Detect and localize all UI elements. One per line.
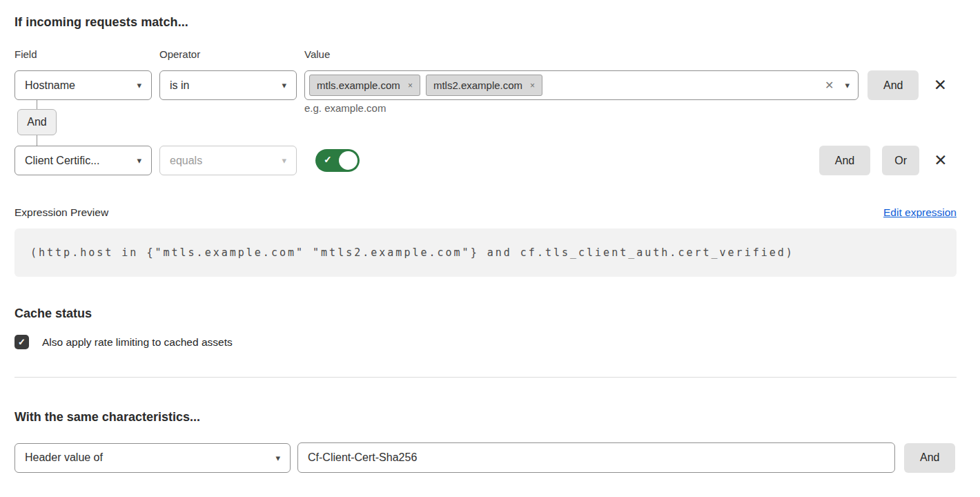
- match-rule-row-2: Client Certific... ▾ equals ▾ ✓ And Or ✕: [14, 146, 957, 175]
- characteristics-row: Header value of ▾ And: [14, 442, 957, 473]
- chip-remove-icon[interactable]: ×: [408, 81, 413, 90]
- toggle-knob: [339, 151, 357, 170]
- field-select-row2[interactable]: Client Certific... ▾: [14, 146, 152, 175]
- check-icon: ✓: [18, 337, 26, 347]
- cert-verified-toggle[interactable]: ✓: [315, 149, 360, 172]
- value-chip-text: mtls.example.com: [317, 79, 400, 91]
- cache-checkbox-row: ✓ Also apply rate limiting to cached ass…: [14, 335, 957, 349]
- value-chips: mtls.example.com × mtls2.example.com ×: [309, 75, 825, 96]
- delete-row2-icon[interactable]: ✕: [932, 153, 950, 168]
- chevron-down-icon: ▾: [282, 156, 286, 165]
- value-chip[interactable]: mtls2.example.com ×: [426, 75, 542, 96]
- value-chip-text: mtls2.example.com: [433, 79, 522, 91]
- chevron-down-icon: ▾: [282, 81, 286, 90]
- chevron-down-icon[interactable]: ▾: [845, 80, 850, 90]
- chevron-down-icon: ▾: [137, 156, 141, 165]
- chevron-down-icon: ▾: [275, 454, 280, 462]
- operator-column-label: Operator: [159, 48, 304, 60]
- expression-code-block: (http.host in {"mtls.example.com" "mtls2…: [14, 228, 957, 277]
- rule-builder-page: If incoming requests match... Field Oper…: [0, 0, 980, 473]
- and-button-row1[interactable]: And: [868, 70, 919, 100]
- chevron-down-icon: ▾: [137, 81, 141, 90]
- match-section-title: If incoming requests match...: [14, 15, 957, 30]
- characteristics-title: With the same characteristics...: [14, 410, 957, 425]
- operator-select-row2-value: equals: [170, 155, 202, 167]
- section-divider: [14, 377, 957, 378]
- operator-select-row1[interactable]: is in ▾: [159, 70, 297, 100]
- or-button-row2[interactable]: Or: [882, 146, 919, 175]
- characteristic-select-value: Header value of: [25, 451, 103, 464]
- operator-select-row1-value: is in: [170, 79, 189, 92]
- connector-and-button[interactable]: And: [17, 109, 57, 135]
- field-column-label: Field: [14, 48, 159, 60]
- value-hint-text: e.g. example.com: [304, 102, 386, 114]
- cache-status-title: Cache status: [14, 306, 957, 321]
- check-icon: ✓: [324, 154, 332, 165]
- column-labels: Field Operator Value: [14, 48, 957, 60]
- cached-assets-checkbox-label: Also apply rate limiting to cached asset…: [42, 336, 233, 349]
- value-column-label: Value: [304, 48, 449, 60]
- value-multiselect-row1[interactable]: mtls.example.com × mtls2.example.com × ✕…: [304, 70, 859, 100]
- header-name-input[interactable]: [297, 442, 895, 473]
- match-rule-row-1: Hostname ▾ is in ▾ mtls.example.com × mt…: [14, 70, 957, 100]
- chip-remove-icon[interactable]: ×: [530, 81, 535, 90]
- field-select-row1-value: Hostname: [25, 79, 75, 92]
- edit-expression-link[interactable]: Edit expression: [883, 206, 957, 219]
- value-chip[interactable]: mtls.example.com ×: [309, 75, 420, 96]
- clear-values-icon[interactable]: ✕: [825, 79, 834, 92]
- row-connector-zone: And e.g. example.com: [14, 100, 957, 146]
- operator-select-row2-disabled: equals ▾: [159, 146, 297, 175]
- characteristic-select[interactable]: Header value of ▾: [14, 443, 291, 473]
- expression-preview-header: Expression Preview Edit expression: [14, 206, 957, 219]
- delete-row1-icon[interactable]: ✕: [931, 77, 949, 93]
- and-button-characteristics[interactable]: And: [904, 443, 955, 473]
- cached-assets-checkbox[interactable]: ✓: [14, 335, 29, 349]
- field-select-row1[interactable]: Hostname ▾: [14, 70, 152, 100]
- field-select-row2-value: Client Certific...: [25, 155, 99, 167]
- expression-text: (http.host in {"mtls.example.com" "mtls2…: [30, 246, 794, 259]
- and-button-row2[interactable]: And: [819, 146, 870, 175]
- expression-preview-label: Expression Preview: [14, 206, 108, 219]
